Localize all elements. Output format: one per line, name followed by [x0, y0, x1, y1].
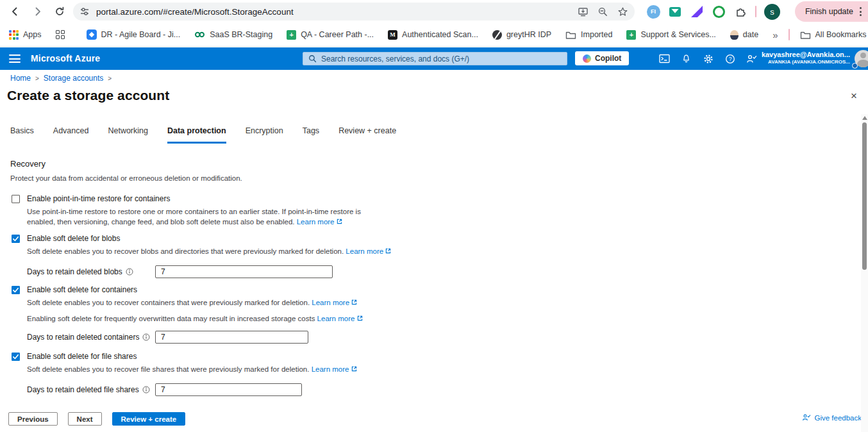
bookmark-imported-folder[interactable]: Imported: [565, 30, 612, 40]
learn-more-link[interactable]: Learn more: [312, 365, 357, 373]
site-settings-icon[interactable]: [79, 6, 90, 17]
bookmarks-overflow-icon[interactable]: »: [772, 29, 778, 40]
days-retain-file-shares-input[interactable]: [155, 383, 302, 396]
all-bookmarks[interactable]: All Bookmarks: [800, 30, 867, 40]
learn-more-link[interactable]: Learn more: [317, 315, 363, 322]
checkbox-label: Enable soft delete for blobs: [27, 234, 120, 243]
extension-green-icon[interactable]: [712, 4, 726, 19]
scroll-up-icon[interactable]: [862, 116, 867, 120]
tab-networking[interactable]: Networking: [108, 126, 148, 144]
checkbox-soft-delete-file-shares[interactable]: [12, 353, 20, 361]
info-icon[interactable]: [142, 333, 150, 341]
breadcrumb-home[interactable]: Home: [10, 74, 31, 83]
account-tenant: AVANKIA (AVANKIA.ONMICROS...: [762, 59, 850, 65]
info-icon[interactable]: [142, 386, 150, 394]
account-info[interactable]: kavyashree@Avankia.on... AVANKIA (AVANKI…: [762, 51, 850, 65]
option-description: Soft delete enables you to recover blobs…: [27, 247, 391, 257]
bookmark-greythr-idp[interactable]: greytHR IDP: [492, 30, 551, 40]
url-bar[interactable]: portal.azure.com/#create/Microsoft.Stora…: [73, 3, 635, 21]
url-text[interactable]: portal.azure.com/#create/Microsoft.Stora…: [96, 7, 294, 17]
m-icon: M: [388, 30, 397, 40]
bookmarks-divider: [789, 29, 790, 40]
tab-review-create[interactable]: Review + create: [338, 126, 396, 144]
forward-icon[interactable]: [29, 3, 46, 20]
external-link-icon: [337, 219, 342, 224]
apps-shortcut[interactable]: Apps: [9, 30, 42, 40]
field-label: Days to retain deleted blobs: [27, 265, 133, 278]
azure-header: Microsoft Azure Search resources, servic…: [0, 47, 868, 70]
breadcrumb-storage-accounts[interactable]: Storage accounts: [44, 74, 103, 83]
bookmark-saas-br-staging[interactable]: SaaS BR-Staging: [194, 29, 272, 40]
learn-more-link[interactable]: Learn more: [297, 218, 342, 226]
checkbox-soft-delete-blobs[interactable]: [12, 235, 20, 243]
option-point-in-time-restore: Enable point-in-time restore for contain…: [12, 194, 390, 227]
wizard-footer: Previous Next Review + create: [8, 412, 185, 426]
bookmark-date[interactable]: date: [730, 30, 758, 40]
reading-list-icon[interactable]: [56, 30, 65, 39]
learn-more-link[interactable]: Learn more: [346, 247, 391, 255]
copilot-button[interactable]: Copilot: [575, 51, 629, 65]
checkbox-soft-delete-containers[interactable]: [12, 286, 20, 294]
option-description: Use point-in-time restore to restore one…: [27, 207, 390, 227]
days-retain-containers-input[interactable]: [155, 331, 308, 344]
days-retain-blobs-input[interactable]: [155, 265, 333, 278]
extension-rocket-icon[interactable]: [690, 4, 704, 19]
tab-advanced[interactable]: Advanced: [53, 126, 89, 144]
bookmark-support-services[interactable]: + Support & Services...: [626, 30, 715, 40]
extension-mail-icon[interactable]: [668, 4, 682, 19]
browser-window: portal.azure.com/#create/Microsoft.Stora…: [0, 0, 868, 432]
reload-icon[interactable]: [51, 3, 68, 20]
external-link-icon: [351, 366, 357, 372]
settings-gear-icon[interactable]: [703, 53, 714, 64]
tab-data-protection[interactable]: Data protection: [167, 126, 226, 144]
section-description: Protect your data from accidental or err…: [10, 174, 242, 182]
checkbox-point-in-time-restore[interactable]: [12, 195, 20, 203]
back-icon[interactable]: [6, 3, 23, 20]
tab-tags[interactable]: Tags: [303, 126, 319, 144]
give-feedback-link[interactable]: Give feedback: [802, 413, 862, 422]
external-link-icon: [385, 248, 391, 254]
zoom-out-icon[interactable]: [597, 6, 608, 17]
notifications-bell-icon[interactable]: [681, 53, 692, 64]
help-icon[interactable]: ?: [724, 53, 735, 64]
external-link-icon: [357, 315, 363, 321]
option-soft-delete-containers: Enable soft delete for containers Soft d…: [12, 285, 363, 344]
extension-fi-icon[interactable]: FI: [646, 4, 660, 19]
scrollbar[interactable]: [861, 114, 868, 432]
more-options-icon[interactable]: ···: [158, 91, 168, 101]
option-soft-delete-file-shares: Enable soft delete for file shares Soft …: [12, 352, 357, 397]
azure-search-input[interactable]: Search resources, services, and docs (G+…: [303, 52, 567, 65]
sheet-icon: +: [626, 30, 636, 40]
browser-menu-icon[interactable]: [860, 7, 862, 16]
install-app-icon[interactable]: [578, 6, 588, 17]
bookmark-star-icon[interactable]: [617, 6, 628, 17]
browser-toolbar: portal.azure.com/#create/Microsoft.Stora…: [0, 0, 868, 23]
sheet-icon: +: [287, 30, 296, 40]
account-email: kavyashree@Avankia.on...: [762, 51, 850, 59]
profile-avatar[interactable]: s: [764, 4, 780, 20]
scrollbar-thumb[interactable]: [862, 122, 867, 270]
review-create-button[interactable]: Review + create: [112, 412, 186, 426]
close-icon[interactable]: ×: [847, 90, 860, 103]
cloud-shell-icon[interactable]: [659, 53, 670, 64]
bookmark-authenticated-scan[interactable]: M Authenticated Scan...: [388, 30, 478, 40]
feedback-icon[interactable]: [746, 53, 757, 64]
tab-encryption[interactable]: Encryption: [246, 126, 283, 144]
field-label: Days to retain deleted containers: [27, 331, 150, 344]
copilot-icon: [583, 54, 591, 63]
extensions-puzzle-icon[interactable]: [733, 4, 747, 19]
option-description: Soft delete enables you to recover file …: [27, 365, 357, 375]
bookmark-dr-agile-board[interactable]: DR - Agile Board - Ji...: [87, 29, 181, 40]
check-icon: [12, 235, 19, 242]
info-icon[interactable]: [126, 268, 133, 276]
learn-more-link[interactable]: Learn more: [312, 299, 357, 306]
apps-grid-icon: [9, 30, 19, 40]
tab-basics[interactable]: Basics: [10, 126, 34, 144]
hamburger-menu-icon[interactable]: [9, 54, 21, 63]
previous-button[interactable]: Previous: [8, 412, 58, 426]
next-button[interactable]: Next: [68, 412, 102, 426]
azure-brand[interactable]: Microsoft Azure: [31, 53, 100, 63]
finish-update-button[interactable]: Finish update: [795, 1, 868, 22]
bookmark-qa-career-path[interactable]: + QA - Career Path -...: [287, 30, 374, 40]
section-title: Recovery: [10, 159, 46, 169]
